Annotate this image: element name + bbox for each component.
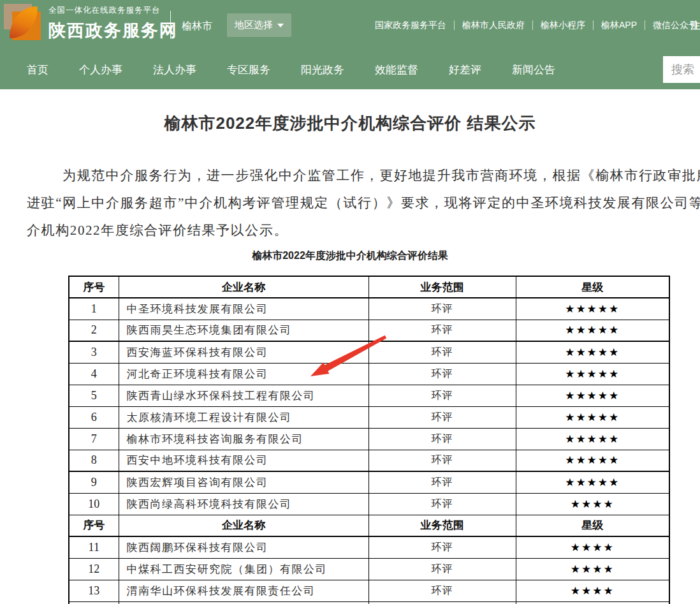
cell-no: 1 bbox=[69, 298, 119, 320]
table-row-clipped bbox=[69, 601, 669, 604]
cell-no: 8 bbox=[69, 450, 119, 471]
site-logo[interactable] bbox=[4, 3, 42, 41]
column-header: 序号 bbox=[69, 515, 119, 536]
table-header-row: 序号企业名称业务范围星级 bbox=[69, 276, 669, 298]
cell-empty bbox=[69, 601, 119, 604]
cell-stars: ★★★★★ bbox=[516, 471, 669, 493]
top-link-2[interactable]: 榆林小程序 bbox=[533, 20, 594, 30]
cell-stars: ★★★★★ bbox=[516, 298, 669, 320]
nav-item-5[interactable]: 效能监督 bbox=[375, 63, 418, 77]
chevron-down-icon bbox=[277, 24, 284, 27]
cell-scope: 环评 bbox=[368, 320, 516, 341]
cell-company: 太原核清环境工程设计有限公司 bbox=[119, 406, 368, 428]
site-name: 陕西政务服务网 bbox=[48, 19, 178, 42]
cell-scope: 环评 bbox=[368, 558, 516, 580]
region-selector-label: 地区选择 bbox=[235, 19, 273, 31]
cell-company: 渭南华山环保科技发展有限责任公司 bbox=[119, 580, 368, 601]
nav-item-7[interactable]: 新闻公告 bbox=[512, 63, 555, 77]
cell-company: 河北奇正环境科技有限公司 bbox=[119, 363, 368, 385]
cell-scope: 环评 bbox=[368, 341, 516, 363]
cell-company: 中煤科工西安研究院（集团）有限公司 bbox=[119, 558, 368, 580]
article-body: 为规范中介服务行为，进一步强化中介监管工作，更好地提升我市营商环境，根据《榆林市… bbox=[0, 162, 700, 244]
nav-item-0[interactable]: 首页 bbox=[27, 63, 48, 77]
cell-stars: ★★★★ bbox=[516, 536, 669, 558]
top-link-0[interactable]: 国家政务服务平台 bbox=[367, 20, 455, 30]
nav-item-3[interactable]: 专区服务 bbox=[227, 63, 270, 77]
cell-scope: 环评 bbox=[368, 406, 516, 428]
nav-item-4[interactable]: 阳光政务 bbox=[301, 63, 344, 77]
table-row: 4河北奇正环境科技有限公司环评★★★★★ bbox=[69, 363, 669, 385]
paragraph-line: 进驻“网上中介服务超市”中介机构考评管理规定（试行）》要求，现将评定的中圣环境科… bbox=[27, 189, 700, 217]
nav-item-6[interactable]: 好差评 bbox=[449, 63, 481, 77]
cell-no: 11 bbox=[69, 536, 119, 558]
cell-scope: 环评 bbox=[368, 536, 516, 558]
table-row: 6太原核清环境工程设计有限公司环评★★★★★ bbox=[69, 406, 669, 428]
top-link-3[interactable]: 榆林APP bbox=[594, 20, 645, 30]
platform-tagline: 全国一体化在线政务服务平台 bbox=[48, 5, 178, 16]
cell-no: 10 bbox=[69, 493, 119, 515]
cell-stars: ★★★★★ bbox=[516, 450, 669, 471]
top-link-1[interactable]: 榆林市人民政府 bbox=[455, 20, 533, 30]
main-nav: 首页个人办事法人办事专区服务阳光政务效能监督好差评新闻公告 bbox=[0, 50, 700, 89]
cell-no: 5 bbox=[69, 385, 119, 406]
cell-stars: ★★★★★ bbox=[516, 363, 669, 385]
cell-no: 6 bbox=[69, 406, 119, 428]
table-row: 1中圣环境科技发展有限公司环评★★★★★ bbox=[69, 298, 669, 320]
cell-scope: 环评 bbox=[368, 385, 516, 406]
cell-no: 12 bbox=[69, 558, 119, 580]
brand-row: 全国一体化在线政务服务平台 陕西政务服务网 榆林市 地区选择 国家政务服务平台榆… bbox=[0, 0, 700, 50]
cell-stars: ★★★★★ bbox=[516, 385, 669, 406]
table-row: 11陕西阔鹏环保科技有限公司环评★★★★ bbox=[69, 536, 669, 558]
cell-no: 4 bbox=[69, 363, 119, 385]
table-row: 5陕西青山绿水环保科技工程有限公司环评★★★★★ bbox=[69, 385, 669, 406]
column-header: 星级 bbox=[516, 515, 669, 536]
cell-empty bbox=[516, 601, 669, 604]
evaluation-table-body: 序号企业名称业务范围星级1中圣环境科技发展有限公司环评★★★★★2陕西雨昊生态环… bbox=[69, 276, 669, 604]
nav-item-2[interactable]: 法人办事 bbox=[153, 63, 196, 77]
cell-stars: ★★★★★ bbox=[516, 341, 669, 363]
site-header: 全国一体化在线政务服务平台 陕西政务服务网 榆林市 地区选择 国家政务服务平台榆… bbox=[0, 0, 700, 89]
brand-text: 全国一体化在线政务服务平台 陕西政务服务网 bbox=[48, 5, 178, 42]
paragraph-line: 介机构2022年度综合评价结果予以公示。 bbox=[27, 217, 700, 244]
search-box bbox=[663, 56, 700, 83]
current-city-label: 榆林市 bbox=[182, 20, 212, 33]
cell-company: 中圣环境科技发展有限公司 bbox=[119, 298, 368, 320]
table-row: 9陕西宏辉项目咨询有限公司环评★★★★★ bbox=[69, 471, 669, 493]
column-header: 企业名称 bbox=[119, 515, 368, 536]
table-header-row: 序号企业名称业务范围星级 bbox=[69, 515, 669, 536]
cell-company: 陕西青山绿水环保科技工程有限公司 bbox=[119, 385, 368, 406]
cell-stars: ★★★★ bbox=[516, 558, 669, 580]
column-header: 业务范围 bbox=[368, 276, 516, 298]
cell-no: 2 bbox=[69, 320, 119, 341]
table-row: 7榆林市环境科技咨询服务有限公司环评★★★★★ bbox=[69, 428, 669, 450]
cell-scope: 环评 bbox=[368, 471, 516, 493]
table-row: 3西安海蓝环保科技有限公司环评★★★★★ bbox=[69, 341, 669, 363]
cell-company: 榆林市环境科技咨询服务有限公司 bbox=[119, 428, 368, 450]
evaluation-table: 序号企业名称业务范围星级1中圣环境科技发展有限公司环评★★★★★2陕西雨昊生态环… bbox=[68, 276, 670, 604]
cell-company: 陕西宏辉项目咨询有限公司 bbox=[119, 471, 368, 493]
cell-scope: 环评 bbox=[368, 298, 516, 320]
cell-stars: ★★★★ bbox=[516, 493, 669, 515]
nav-item-1[interactable]: 个人办事 bbox=[79, 63, 122, 77]
cell-empty bbox=[119, 601, 368, 604]
cell-no: 9 bbox=[69, 471, 119, 493]
cell-no: 13 bbox=[69, 580, 119, 601]
region-selector-button[interactable]: 地区选择 bbox=[227, 13, 291, 37]
cell-scope: 环评 bbox=[368, 428, 516, 450]
search-input[interactable] bbox=[663, 56, 700, 83]
cell-company: 陕西阔鹏环保科技有限公司 bbox=[119, 536, 368, 558]
cell-scope: 环评 bbox=[368, 363, 516, 385]
table-row: 8西安中地环境科技有限公司环评★★★★★ bbox=[69, 450, 669, 471]
page-title: 榆林市2022年度涉批中介机构综合评价 结果公示 bbox=[0, 112, 700, 135]
cell-scope: 环评 bbox=[368, 580, 516, 601]
column-header: 序号 bbox=[69, 276, 119, 298]
cell-stars: ★★★★★ bbox=[516, 406, 669, 428]
register-link[interactable]: 注册 bbox=[690, 20, 700, 32]
cell-company: 西安中地环境科技有限公司 bbox=[119, 450, 368, 471]
table-row: 12中煤科工西安研究院（集团）有限公司环评★★★★ bbox=[69, 558, 669, 580]
brand-divider bbox=[170, 11, 171, 39]
column-header: 星级 bbox=[516, 276, 669, 298]
paragraph-line: 为规范中介服务行为，进一步强化中介监管工作，更好地提升我市营商环境，根据《榆林市… bbox=[27, 162, 700, 189]
cell-no: 7 bbox=[69, 428, 119, 450]
nav-list: 首页个人办事法人办事专区服务阳光政务效能监督好差评新闻公告 bbox=[27, 50, 555, 89]
